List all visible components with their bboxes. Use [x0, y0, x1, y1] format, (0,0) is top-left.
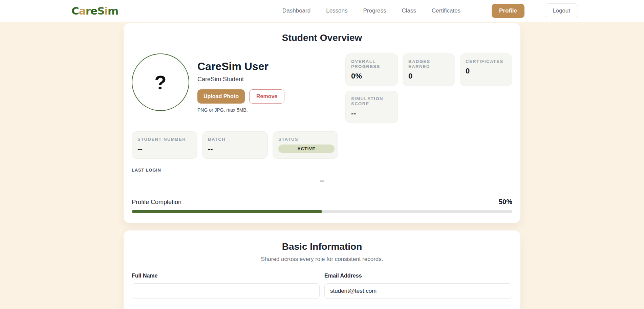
last-login-value: --: [132, 177, 512, 184]
stat-card-badges-earned: BADGES EARNED 0: [403, 53, 455, 86]
basic-info-title: Basic Information: [132, 241, 512, 252]
stat-label: CERTIFICATES: [466, 59, 507, 64]
nav-item-dashboard[interactable]: Dashboard: [282, 7, 310, 14]
basic-information-card: Basic Information Shared across every ro…: [124, 230, 520, 309]
last-login-label: LAST LOGIN: [132, 168, 512, 173]
stat-label: SIMULATION SCORE: [351, 96, 392, 106]
full-name-input[interactable]: [132, 283, 320, 299]
main-nav: Dashboard Lessons Progress Class Certifi…: [282, 3, 578, 18]
email-group: Email Address: [324, 273, 512, 299]
logo-letter: C: [71, 5, 79, 17]
full-name-group: Full Name: [132, 273, 320, 299]
info-label: BATCH: [208, 137, 262, 142]
avatar-placeholder-icon: ?: [154, 71, 166, 94]
stats-grid: OVERALL PROGRESS 0% BADGES EARNED 0 CERT…: [345, 53, 512, 123]
logout-button[interactable]: Logout: [545, 3, 578, 18]
stat-card-simulation-score: SIMULATION SCORE --: [345, 91, 398, 123]
logo-letter: r: [86, 5, 90, 17]
nav-item-certificates[interactable]: Certificates: [432, 7, 460, 14]
nav-profile-button[interactable]: Profile: [492, 4, 524, 18]
upload-photo-button[interactable]: Upload Photo: [197, 89, 245, 104]
nav-item-lessons[interactable]: Lessons: [326, 7, 347, 14]
logo-letter: m: [108, 5, 118, 17]
stat-card-certificates: CERTIFICATES 0: [460, 53, 512, 86]
logo-letter: a: [79, 5, 86, 17]
info-value: --: [208, 145, 262, 153]
full-name-label: Full Name: [132, 273, 320, 279]
stat-value: 0%: [351, 72, 392, 81]
stat-value: 0: [408, 72, 449, 81]
student-overview-card: Student Overview ? CareSim User CareSim …: [124, 23, 520, 223]
info-label: STUDENT NUMBER: [137, 137, 192, 142]
stat-label: OVERALL PROGRESS: [351, 59, 392, 69]
nav-item-class[interactable]: Class: [402, 7, 416, 14]
profile-completion-percent: 50%: [499, 198, 512, 206]
profile-completion-row: Profile Completion 50%: [132, 198, 512, 206]
identity-block: CareSim User CareSim Student Upload Phot…: [197, 53, 284, 123]
info-card-row: STUDENT NUMBER -- BATCH -- STATUS ACTIVE: [132, 131, 512, 159]
photo-actions: Upload Photo Remove: [197, 89, 284, 104]
caresim-logo[interactable]: CareSim: [71, 5, 118, 17]
stat-label: BADGES EARNED: [408, 59, 449, 69]
info-value: --: [137, 145, 192, 153]
profile-completion-bar: [132, 210, 512, 213]
photo-hint: PNG or JPG, max 5MB.: [197, 107, 284, 113]
remove-photo-button[interactable]: Remove: [249, 89, 284, 104]
info-card-student-number: STUDENT NUMBER --: [132, 131, 197, 159]
status-label: STATUS: [278, 137, 332, 142]
navbar-inner: CareSim Dashboard Lessons Progress Class…: [58, 3, 586, 18]
email-field[interactable]: [324, 283, 512, 299]
logo-letter: i: [104, 5, 108, 17]
student-name: CareSim User: [197, 60, 284, 73]
student-role-subtitle: CareSim Student: [197, 76, 284, 83]
logo-letter: e: [90, 5, 97, 17]
profile-completion-label: Profile Completion: [132, 199, 181, 206]
stat-card-overall-progress: OVERALL PROGRESS 0%: [345, 53, 398, 86]
profile-completion-fill: [132, 210, 322, 213]
stat-value: --: [351, 109, 392, 118]
logo-letter: S: [97, 5, 104, 17]
basic-info-subtitle: Shared across every role for consistent …: [132, 256, 512, 263]
avatar: ?: [132, 53, 189, 111]
info-card-batch: BATCH --: [202, 131, 268, 159]
page-title: Student Overview: [132, 32, 512, 43]
basic-info-form: Full Name Email Address Role: [132, 273, 512, 309]
overview-main-row: ? CareSim User CareSim Student Upload Ph…: [132, 53, 512, 123]
stat-value: 0: [466, 67, 507, 75]
nav-item-progress[interactable]: Progress: [363, 7, 386, 14]
email-label: Email Address: [324, 273, 512, 279]
info-card-status: STATUS ACTIVE: [273, 131, 338, 159]
top-navbar: CareSim Dashboard Lessons Progress Class…: [0, 0, 644, 22]
status-badge: ACTIVE: [278, 145, 335, 153]
